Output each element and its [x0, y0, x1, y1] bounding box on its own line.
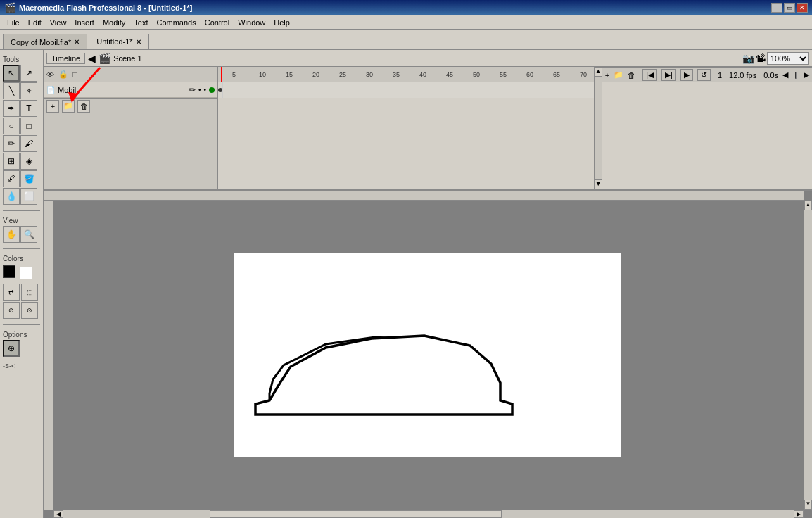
magnet-tool[interactable]: ⊕	[3, 340, 20, 357]
stage-hscroll-thumb[interactable]	[210, 510, 502, 518]
tool-brush[interactable]: 🖌	[20, 135, 37, 152]
eye-icon[interactable]: 👁	[46, 70, 54, 79]
menu-insert[interactable]: Insert	[70, 17, 99, 28]
tab-close-icon[interactable]: ✕	[136, 38, 141, 46]
folder-footer-btn[interactable]: 📁	[614, 70, 623, 80]
tool-text[interactable]: T	[20, 100, 37, 117]
close-button[interactable]: ✕	[797, 3, 808, 13]
layer-bottom: + 📁 🗑	[44, 98, 217, 113]
tool-subselect[interactable]: ↗	[20, 65, 37, 82]
svg-line-0	[75, 68, 100, 96]
ruler-30: 30	[366, 71, 373, 78]
menu-text[interactable]: Text	[129, 17, 152, 28]
default-colors[interactable]: ⬚	[21, 284, 38, 301]
stage-canvas[interactable]	[234, 253, 621, 457]
tool-gradient[interactable]: ◈	[20, 153, 37, 170]
tool-grid-view: ✋ 🔍	[3, 226, 40, 243]
stage-hscroll-track[interactable]	[63, 510, 794, 518]
empty-frame-range[interactable]	[223, 82, 594, 98]
tab-copy-mobil[interactable]: Copy of Mobil.fla* ✕	[3, 34, 87, 49]
menu-view[interactable]: View	[46, 17, 71, 28]
tool-eraser[interactable]: ⬜	[20, 188, 37, 205]
tool-hand[interactable]: ✋	[3, 226, 20, 243]
frame-1[interactable]	[218, 82, 223, 98]
playhead[interactable]	[221, 67, 222, 82]
timeline-button[interactable]: Timeline	[46, 53, 85, 64]
time-display: 0.0s	[763, 71, 778, 80]
snap-to-obj[interactable]: ⊙	[21, 302, 38, 319]
stage-scroll-right[interactable]: ▶	[794, 510, 804, 518]
options-extra: -S-<	[3, 362, 40, 369]
menu-window[interactable]: Window	[234, 17, 269, 28]
scroll-right-btn[interactable]: ▶	[804, 70, 809, 80]
scroll-track[interactable]	[595, 77, 602, 179]
tab-untitled[interactable]: Untitled-1* ✕	[89, 34, 148, 49]
stroke-color[interactable]	[3, 265, 15, 278]
tool-lasso[interactable]: ⌖	[20, 82, 37, 99]
stage-scroll-left[interactable]: ◀	[53, 510, 63, 518]
tool-grid-top: ↖ ↗ ╲ ⌖ ✒ T ○ □ ✏ 🖌 ⊞ ◈ 🖋 🪣 💧 ⬜	[3, 65, 40, 205]
restore-button[interactable]: ▭	[784, 3, 795, 13]
tools-label: Tools	[3, 56, 40, 63]
back-arrow[interactable]: ◀	[88, 53, 96, 64]
tool-pen[interactable]: ✒	[3, 100, 20, 117]
swap-colors[interactable]: ⇄	[3, 284, 20, 301]
loop-btn[interactable]: ↺	[697, 69, 711, 81]
tool-paint-bucket[interactable]: 🪣	[20, 170, 37, 187]
tool-line[interactable]: ╲	[3, 82, 20, 99]
ruler-50: 50	[473, 71, 480, 78]
timeline-header: Timeline ◀ 🎬 Scene 1 📷 📽 100% 25% 50%	[44, 50, 812, 67]
tool-zoom[interactable]: 🔍	[20, 226, 37, 243]
scroll-up-btn[interactable]: ▲	[595, 67, 602, 77]
frame-step-fwd[interactable]: ▶|	[661, 69, 676, 81]
stage-scroll-down[interactable]: ▼	[804, 500, 812, 510]
svg-marker-1	[68, 92, 79, 103]
ruler-70: 70	[580, 71, 587, 78]
ruler-25: 25	[339, 71, 346, 78]
menu-modify[interactable]: Modify	[99, 17, 129, 28]
frame-step-back[interactable]: |◀	[642, 69, 657, 81]
menu-control[interactable]: Control	[201, 17, 234, 28]
frames-area: 5 10 15 20 25 30 35 40 45 50 55	[218, 67, 594, 189]
stage-hscroll[interactable]: ◀ ▶	[53, 510, 804, 518]
menu-edit[interactable]: Edit	[24, 17, 46, 28]
pencil-icon: ✏	[189, 85, 196, 95]
tool-pencil[interactable]: ✏	[3, 135, 20, 152]
stage-vscroll[interactable]: ▲ ▼	[804, 201, 812, 510]
ruler-35: 35	[393, 71, 400, 78]
menu-help[interactable]: Help	[269, 17, 294, 28]
timeline-vscroll[interactable]: ▲ ▼	[594, 67, 602, 189]
add-layer-footer-btn[interactable]: +	[605, 71, 609, 80]
ruler-15: 15	[286, 71, 293, 78]
add-layer-btn[interactable]: +	[46, 100, 59, 113]
tool-eyedropper[interactable]: 💧	[3, 188, 20, 205]
tool-ink[interactable]: 🖋	[3, 170, 20, 187]
tool-grid-options: ⊕	[3, 340, 40, 357]
tab-close-icon[interactable]: ✕	[74, 38, 80, 46]
tool-oval[interactable]: ○	[3, 118, 20, 134]
tool-rect[interactable]: □	[20, 118, 37, 134]
stage-scroll-up[interactable]: ▲	[804, 201, 812, 210]
tab-bar: Copy of Mobil.fla* ✕ Untitled-1* ✕	[0, 30, 812, 49]
delete-footer-btn[interactable]: 🗑	[628, 71, 635, 80]
scroll-left-btn[interactable]: ◀	[782, 70, 788, 80]
menu-file[interactable]: File	[3, 17, 24, 28]
ruler-5: 5	[232, 71, 236, 78]
menu-commands[interactable]: Commands	[152, 17, 200, 28]
no-fill[interactable]: ⊘	[3, 302, 20, 319]
app-icon: 🎬	[4, 2, 16, 13]
minimize-button[interactable]: _	[771, 3, 782, 13]
add-scene-icon[interactable]: 📽	[756, 53, 766, 64]
right-panel: Timeline ◀ 🎬 Scene 1 📷 📽 100% 25% 50%	[44, 50, 812, 518]
play-btn[interactable]: ▶	[680, 69, 693, 81]
scroll-down-btn[interactable]: ▼	[595, 179, 602, 189]
stage-area[interactable]: ▲ ▼ ◀ ▶	[44, 191, 812, 518]
zoom-select[interactable]: 100% 25% 50% 200% 400%	[767, 52, 809, 65]
timeline-hscroll[interactable]	[795, 72, 797, 79]
fill-color[interactable]	[20, 267, 32, 279]
tool-arrow[interactable]: ↖	[3, 65, 20, 82]
ruler-20: 20	[312, 71, 319, 78]
title-text: Macromedia Flash Professional 8 - [Untit…	[19, 4, 771, 12]
stage-scroll-track[interactable]	[804, 210, 812, 500]
tool-fill[interactable]: ⊞	[3, 153, 20, 170]
